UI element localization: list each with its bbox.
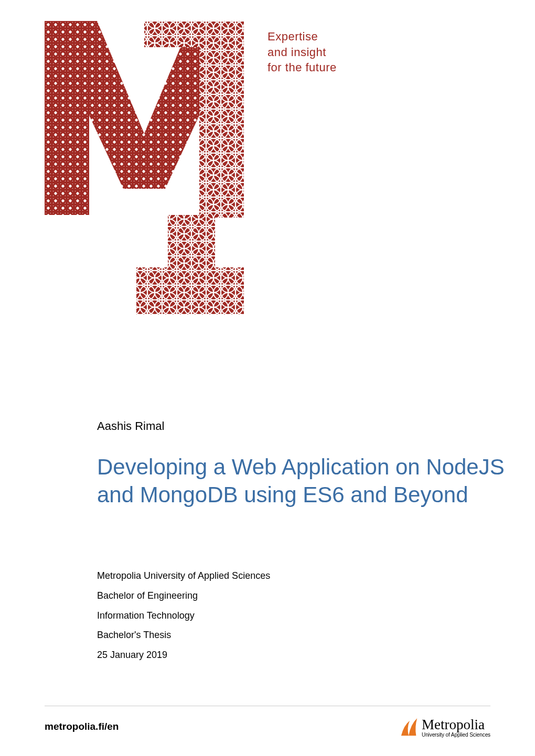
footer-logo-name: Metropolia — [422, 718, 485, 732]
metropolia-footer-logo: Metropolia University of Applied Science… — [400, 717, 490, 738]
footer-url: metropolia.fi/en — [45, 721, 119, 732]
thesis-metadata: Metropolia University of Applied Science… — [97, 566, 270, 665]
svg-rect-16 — [199, 45, 244, 218]
tagline-line2: and insight — [268, 45, 337, 60]
tagline-line1: Expertise — [268, 29, 337, 45]
thesis-title: Developing a Web Application on NodeJS a… — [97, 453, 514, 509]
meta-degree: Bachelor of Engineering — [97, 586, 270, 606]
brand-tagline: Expertise and insight for the future — [268, 29, 337, 75]
metropolia-m-logo — [45, 21, 244, 315]
footer-logo-subtitle: University of Applied Sciences — [422, 732, 490, 738]
meta-institution: Metropolia University of Applied Science… — [97, 566, 270, 586]
tagline-line3: for the future — [268, 60, 337, 75]
metropolia-swoosh-icon — [400, 717, 420, 738]
svg-rect-18 — [168, 215, 215, 270]
meta-type: Bachelor's Thesis — [97, 625, 270, 645]
author-name: Aashis Rimal — [97, 419, 164, 433]
meta-program: Information Technology — [97, 606, 270, 626]
meta-date: 25 January 2019 — [97, 645, 270, 665]
svg-rect-17 — [136, 267, 244, 315]
svg-rect-15 — [144, 21, 244, 47]
footer-divider — [45, 706, 490, 706]
